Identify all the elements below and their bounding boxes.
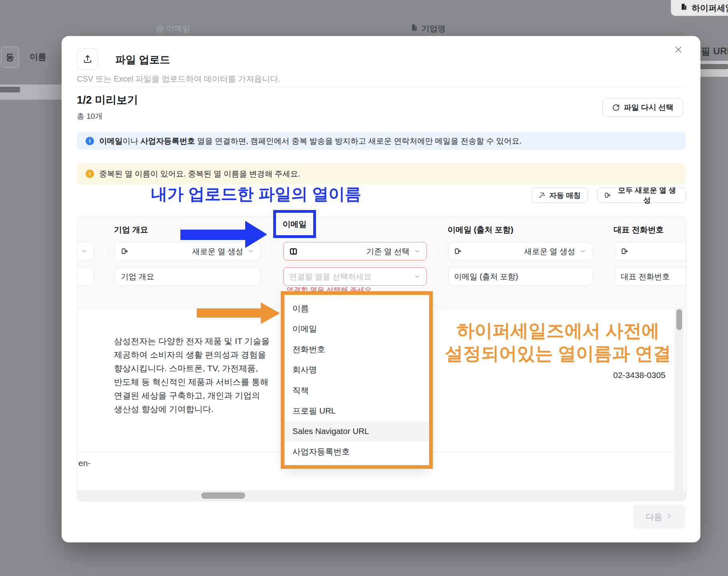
auto-match-button[interactable]: 자동 매칭 [531,188,588,203]
column-divider [606,243,607,260]
action-select-email-src[interactable]: 새로운 열 생성 [448,242,592,260]
chevron-down-icon [247,248,254,255]
warning-icon: ! [86,170,94,178]
cell-company-overview: 삼성전자는 다양한 전자 제품 및 IT 기술을 제공하여 소비자의 생활 편의… [114,334,270,416]
bg-sync-chip: 동 [1,46,19,68]
screen: @ 이메일 기업명 동 이름 필 URL 하이퍼세일즈 파일 업로드 CSV 또… [0,0,728,576]
close-icon[interactable] [670,42,686,58]
chevron-down-icon [414,273,421,280]
refresh-icon [612,104,620,112]
chevron-down-icon [579,248,586,255]
cell-url-partial: en- [78,456,90,470]
annotation-blue-box-email-header: 이메일 [273,210,316,238]
total-count: 총 10개 [77,111,102,122]
orange-arrow [197,308,261,318]
info-banner: i 이메일이나 사업자등록번호 열을 연결하면, 캠페인에서 중복 발송을 방지… [77,132,686,150]
workspace-chip[interactable]: 하이퍼세일즈 [671,0,728,16]
vertical-scrollbar-track[interactable] [675,308,684,490]
info-icon: i [86,137,94,145]
building-icon [410,24,418,34]
bg-email-column-header: @ 이메일 [156,23,190,34]
bg-company-column-header: 기업명 [410,23,446,34]
next-button[interactable]: 다음 [633,505,685,529]
bg-scrollbar-left [0,87,20,92]
link-column-select-email[interactable]: 연결할 열을 선택하세요 [283,267,427,286]
column-add-icon [121,247,129,255]
chevron-right-icon [666,512,673,522]
column-header-email-src: 이메일 (출처 포함) [448,224,513,235]
reselect-file-button[interactable]: 파일 다시 선택 [602,98,683,117]
column-divider [102,243,103,260]
action-select-partial[interactable] [77,242,94,260]
annotation-orange-label: 하이퍼세일즈에서 사전에 설정되어있는 열이름과 연결 [442,319,674,365]
chevron-down-icon [414,248,421,255]
modal-subtitle: CSV 또는 Excel 파일을 업로드하여 데이터를 가져옵니다. [77,74,280,84]
column-divider [439,243,439,260]
blue-arrow [180,230,245,240]
bg-scrollbar-right [700,64,728,69]
blue-arrow-head [245,221,267,248]
column-header-phone: 대표 전화번호 [614,224,664,235]
new-column-name-input-email-src[interactable] [448,267,592,286]
create-all-columns-button[interactable]: 모두 새로운 열 생성 [597,188,686,203]
annotation-orange-frame [281,291,433,469]
magic-wand-icon [538,192,546,199]
column-add-icon [604,192,611,199]
new-column-name-input-phone[interactable] [615,267,686,286]
vertical-scrollbar-thumb[interactable] [676,309,682,330]
step-title: 1/2 미리보기 [77,93,138,107]
column-add-icon [621,247,629,255]
new-column-name-input-company-overview[interactable] [115,267,260,286]
warning-banner-text: 중복된 열 이름이 있어요. 중복된 열 이름을 변경해 주세요. [99,168,300,179]
new-column-name-input-partial[interactable] [77,267,94,286]
column-divider [271,243,271,260]
bg-name-column-header: 이름 [30,51,46,62]
warning-banner: ! 중복된 열 이름이 있어요. 중복된 열 이름을 변경해 주세요. [77,163,686,184]
annotation-blue-label: 내가 업로드한 파일의 열이름 [120,183,392,205]
action-select-phone[interactable] [615,242,686,260]
column-header-company-overview: 기업 개요 [114,224,148,235]
orange-arrow-head [261,302,280,324]
bg-profile-url-header: 필 URL [701,45,728,58]
chevron-down-icon [81,248,88,255]
building-icon [680,3,688,13]
cell-phone: 02-3438-0305 [613,368,666,382]
horizontal-scrollbar-track[interactable] [77,490,686,501]
upload-icon [77,48,98,70]
horizontal-scrollbar-thumb[interactable] [201,492,245,499]
columns-icon [289,247,298,256]
action-select-company-overview[interactable]: 새로운 열 생성 [115,242,260,260]
modal-title: 파일 업로드 [115,53,170,67]
column-add-icon [454,247,462,255]
info-banner-text: 이메일이나 사업자등록번호 열을 연결하면, 캠페인에서 중복 발송을 방지하고… [99,136,522,146]
action-select-email[interactable]: 기존 열 선택 [283,242,427,260]
header-divider [77,86,685,87]
